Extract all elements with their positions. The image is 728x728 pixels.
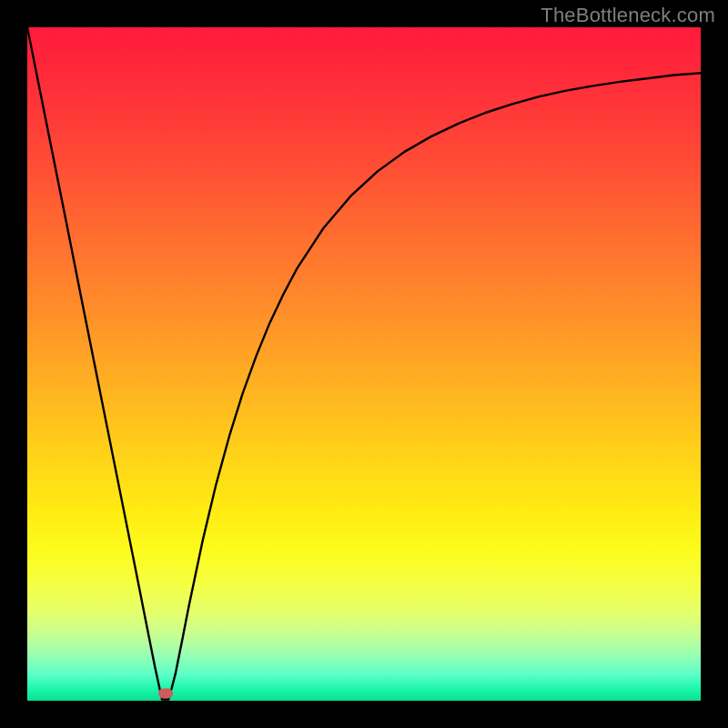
plot-area <box>27 27 701 701</box>
bottleneck-curve <box>27 27 701 700</box>
chart-frame: TheBottleneck.com <box>0 0 728 728</box>
curve-svg <box>27 27 701 701</box>
minimum-marker <box>158 689 173 699</box>
watermark-text: TheBottleneck.com <box>541 4 715 27</box>
